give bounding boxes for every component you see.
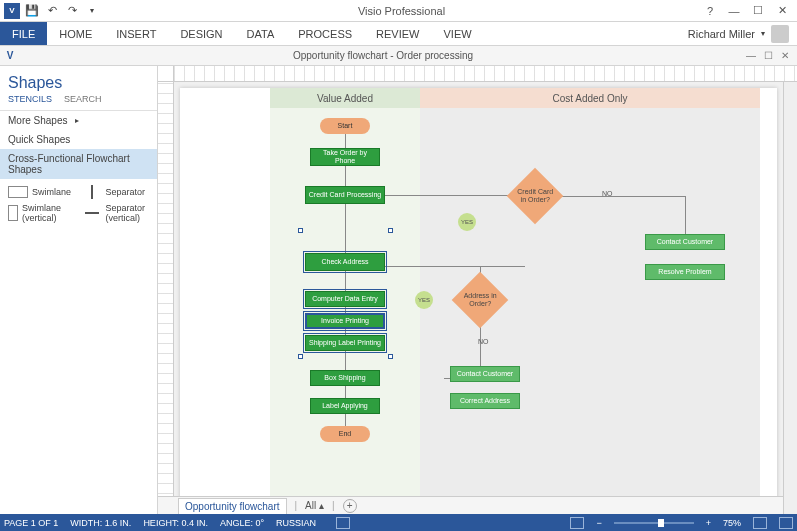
app-title: Visio Professional [100,5,703,17]
tab-home[interactable]: HOME [47,22,104,45]
doc-restore-icon[interactable]: ☐ [764,50,773,61]
zoom-in-icon[interactable]: + [706,518,711,528]
node-end[interactable]: End [320,426,370,442]
shape-separator[interactable]: Separator [82,185,150,199]
node-label-applying[interactable]: Label Applying [310,398,380,414]
shape-swimlane[interactable]: Swimlane [8,185,76,199]
document-title: Opportunity flowchart - Order processing [20,50,746,61]
node-box-shipping[interactable]: Box Shipping [310,370,380,386]
stencil-category[interactable]: Cross-Functional Flowchart Shapes [0,149,157,179]
avatar [771,25,789,43]
lane-header-cost-added[interactable]: Cost Added Only [420,88,760,108]
node-cc-processing[interactable]: Credit Card Processing [305,186,385,204]
drawing-page[interactable]: Value Added Cost Added Only Start Take O… [180,88,777,508]
ruler-vertical [158,82,174,514]
doc-close-icon[interactable]: ✕ [781,50,789,61]
document-bar: V Opportunity flowchart - Order processi… [0,46,797,66]
node-shipping-label[interactable]: Shipping Label Printing [305,335,385,351]
search-tab[interactable]: SEARCH [64,94,102,104]
minimize-icon[interactable]: — [727,4,741,18]
doc-minimize-icon[interactable]: — [746,50,756,61]
shape-separator-vertical[interactable]: Separator (vertical) [82,203,150,223]
selection-handle[interactable] [388,228,393,233]
redo-icon[interactable]: ↷ [64,3,80,19]
lane-header-value-added[interactable]: Value Added [270,88,420,108]
status-width: WIDTH: 1.6 IN. [70,518,131,528]
scrollbar-vertical[interactable] [783,82,797,514]
ribbon: FILE HOME INSERT DESIGN DATA PROCESS REV… [0,22,797,46]
tab-insert[interactable]: INSERT [104,22,168,45]
status-page: PAGE 1 OF 1 [4,518,58,528]
doc-icon: V [0,50,20,61]
canvas-area: Value Added Cost Added Only Start Take O… [158,66,797,514]
node-resolve-problem[interactable]: Resolve Problem [645,264,725,280]
maximize-icon[interactable]: ☐ [751,4,765,18]
status-angle: ANGLE: 0° [220,518,264,528]
tab-review[interactable]: REVIEW [364,22,431,45]
node-check-address[interactable]: Check Address [305,253,385,271]
node-start[interactable]: Start [320,118,370,134]
all-pages[interactable]: All ▴ [305,500,324,511]
node-contact-customer-2[interactable]: Contact Customer [450,366,520,382]
tab-design[interactable]: DESIGN [168,22,234,45]
selection-handle[interactable] [298,228,303,233]
label-no-1: NO [600,188,615,200]
shapes-title: Shapes [0,70,157,94]
undo-icon[interactable]: ↶ [44,3,60,19]
shapes-panel: Shapes STENCILS SEARCH More Shapes▸ Quic… [0,66,158,514]
shape-swimlane-vertical[interactable]: Swimlane (vertical) [8,203,76,223]
selection-handle[interactable] [388,354,393,359]
zoom-out-icon[interactable]: − [596,518,601,528]
stencils-tab[interactable]: STENCILS [8,94,52,104]
tab-view[interactable]: VIEW [431,22,483,45]
zoom-slider[interactable] [614,522,694,524]
user-name: Richard Miller [688,28,755,40]
macro-icon[interactable] [336,517,350,529]
close-icon[interactable]: ✕ [775,4,789,18]
page-tabs: Opportunity flowchart | All ▴ | + [158,496,783,514]
label-no-2: NO [476,336,491,348]
tab-process[interactable]: PROCESS [286,22,364,45]
zoom-value[interactable]: 75% [723,518,741,528]
label-yes-1: YES [458,213,476,231]
help-icon[interactable]: ? [703,4,717,18]
node-take-order[interactable]: Take Order by Phone [310,148,380,166]
qat-dropdown-icon[interactable]: ▾ [84,3,100,19]
quick-access-toolbar: V 💾 ↶ ↷ ▾ [0,3,100,19]
visio-icon: V [4,3,20,19]
label-yes-2: YES [415,291,433,309]
tab-data[interactable]: DATA [235,22,287,45]
more-shapes[interactable]: More Shapes▸ [0,111,157,130]
save-icon[interactable]: 💾 [24,3,40,19]
file-tab[interactable]: FILE [0,22,47,45]
fullscreen-icon[interactable] [779,517,793,529]
ruler-horizontal [158,66,797,82]
user-menu[interactable]: Richard Miller ▾ [688,22,797,45]
node-correct-address[interactable]: Correct Address [450,393,520,409]
selection-handle[interactable] [298,354,303,359]
node-invoice-printing[interactable]: Invoice Printing [305,313,385,329]
status-height: HEIGHT: 0.4 IN. [143,518,208,528]
node-data-entry[interactable]: Computer Data Entry [305,291,385,307]
view-mode-icon[interactable] [570,517,584,529]
status-language[interactable]: RUSSIAN [276,518,316,528]
fit-page-icon[interactable] [753,517,767,529]
title-bar: V 💾 ↶ ↷ ▾ Visio Professional ? — ☐ ✕ [0,0,797,22]
add-page-button[interactable]: + [343,499,357,513]
page-tab[interactable]: Opportunity flowchart [178,498,287,514]
status-bar: PAGE 1 OF 1 WIDTH: 1.6 IN. HEIGHT: 0.4 I… [0,514,797,531]
node-contact-customer-1[interactable]: Contact Customer [645,234,725,250]
quick-shapes[interactable]: Quick Shapes [0,130,157,149]
